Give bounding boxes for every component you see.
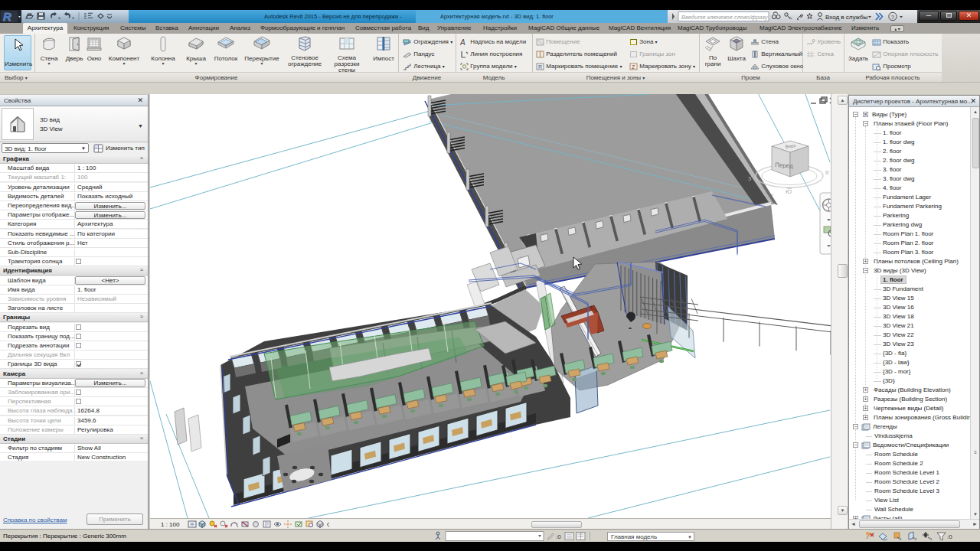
svg-text:A: A [460, 38, 466, 46]
svg-text:З: З [748, 176, 751, 181]
svg-text:Введите ключевое слово/фразу: Введите ключевое слово/фразу [681, 14, 769, 21]
svg-text:R: R [538, 64, 542, 70]
svg-text:R: R [3, 10, 11, 23]
svg-text:Z: Z [632, 64, 635, 70]
svg-text:Перед: Перед [775, 161, 793, 170]
svg-text:?: ? [891, 14, 895, 21]
svg-text:Ю: Ю [786, 188, 792, 195]
svg-text::0: :0 [947, 533, 952, 540]
svg-text::0: :0 [556, 533, 561, 540]
svg-text:Вход в службы: Вход в службы [825, 14, 868, 21]
svg-text:В: В [825, 170, 829, 175]
